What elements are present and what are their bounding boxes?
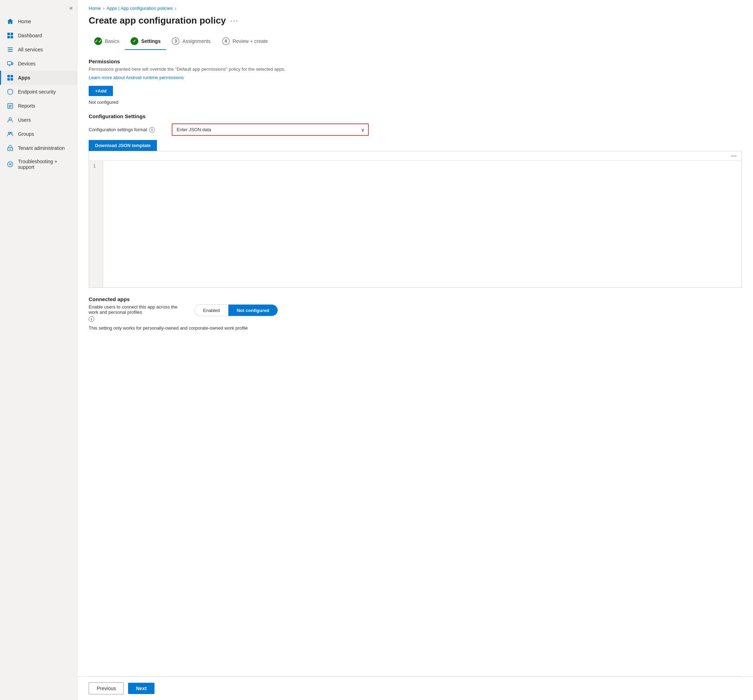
config-settings-title: Configuration Settings — [89, 113, 742, 119]
sidebar: « Home Dashboard — [0, 0, 77, 700]
sidebar-item-endpoint-security[interactable]: Endpoint security — [0, 85, 77, 99]
step-1-label: Basics — [105, 38, 119, 44]
tenant-icon — [7, 145, 14, 151]
toggle-enabled[interactable]: Enabled — [195, 305, 228, 316]
sidebar-item-label: Troubleshooting + support — [18, 159, 72, 170]
collapse-button[interactable]: « — [0, 3, 77, 14]
footer: Previous Next — [77, 677, 753, 700]
config-format-info-icon[interactable]: ℹ — [149, 127, 155, 133]
next-button[interactable]: Next — [128, 683, 154, 694]
svg-rect-11 — [8, 75, 10, 77]
sidebar-item-reports[interactable]: Reports — [0, 99, 77, 113]
troubleshoot-icon — [7, 161, 14, 168]
connected-apps-info-icon[interactable]: ℹ — [89, 316, 94, 322]
config-format-row: Configuration settings format ℹ Enter JS… — [89, 123, 742, 136]
sidebar-item-all-services[interactable]: All services — [0, 42, 77, 57]
json-editor-section: Download JSON template — 1 — [89, 140, 742, 288]
connected-apps-note: This setting only works for personally-o… — [89, 325, 742, 331]
users-icon — [7, 117, 14, 123]
not-configured-label: Not configured — [89, 100, 742, 105]
line-number-1: 1 — [93, 164, 98, 168]
learn-more-link[interactable]: Learn more about Android runtime permiss… — [89, 75, 184, 80]
wizard-steps: ✓ Basics ✓ Settings 3 Assignments 4 Revi… — [77, 32, 753, 50]
svg-rect-14 — [11, 78, 13, 81]
svg-point-20 — [8, 132, 10, 134]
connected-apps-section: Connected apps Enable users to connect t… — [89, 296, 742, 331]
sidebar-item-devices[interactable]: Devices — [0, 57, 77, 71]
svg-rect-3 — [11, 36, 13, 38]
permissions-title: Permissions — [89, 58, 742, 64]
sidebar-item-label: Users — [18, 117, 31, 123]
allservices-icon — [7, 46, 14, 53]
sidebar-item-apps[interactable]: Apps — [0, 71, 77, 85]
content-area: Permissions Permissions granted here wil… — [77, 58, 753, 676]
connected-apps-label: Enable users to connect this app across … — [89, 304, 180, 322]
svg-rect-7 — [8, 62, 12, 65]
json-editor-body: 1 — [89, 161, 741, 287]
endpoint-icon — [7, 88, 14, 95]
wizard-step-basics[interactable]: ✓ Basics — [89, 34, 125, 50]
sidebar-item-groups[interactable]: Groups — [0, 127, 77, 141]
breadcrumb-home[interactable]: Home — [89, 6, 101, 11]
toggle-not-configured[interactable]: Not configured — [228, 305, 278, 316]
main-content: Home › Apps | App configuration policies… — [77, 0, 753, 700]
config-format-label: Configuration settings format ℹ — [89, 127, 166, 133]
step-2-label: Settings — [141, 38, 161, 44]
sidebar-item-tenant-administration[interactable]: Tenant administration — [0, 141, 77, 155]
devices-icon — [7, 60, 14, 67]
svg-point-23 — [10, 149, 11, 150]
json-editor-topbar: — — [89, 151, 741, 161]
sidebar-item-label: Groups — [18, 131, 34, 137]
svg-point-21 — [11, 132, 12, 134]
svg-rect-13 — [8, 78, 10, 81]
json-line-numbers: 1 — [89, 161, 103, 287]
config-format-dropdown-wrapper: Enter JSON data Use configuration design… — [172, 123, 369, 136]
breadcrumb-separator-2: › — [175, 6, 176, 11]
reports-icon — [7, 102, 14, 109]
permissions-section: Permissions Permissions granted here wil… — [89, 58, 742, 105]
sidebar-item-label: Home — [18, 19, 31, 24]
configuration-settings-section: Configuration Settings Configuration set… — [89, 113, 742, 288]
svg-rect-1 — [11, 33, 13, 35]
download-json-template-button[interactable]: Download JSON template — [89, 140, 157, 151]
home-icon — [7, 18, 14, 25]
sidebar-item-label: Devices — [18, 61, 36, 67]
connected-apps-toggle-group: Enabled Not configured — [194, 304, 278, 316]
config-format-dropdown[interactable]: Enter JSON data Use configuration design… — [172, 124, 368, 135]
sidebar-item-label: Endpoint security — [18, 89, 56, 95]
json-editor-container: — 1 — [89, 151, 742, 288]
sidebar-item-label: Tenant administration — [18, 145, 65, 151]
page-title: Create app configuration policy — [89, 15, 226, 26]
connected-apps-title: Connected apps — [89, 296, 742, 302]
previous-button[interactable]: Previous — [89, 683, 124, 694]
step-1-circle: ✓ — [94, 37, 102, 45]
connected-apps-row: Enable users to connect this app across … — [89, 304, 742, 322]
step-3-circle: 3 — [172, 37, 180, 45]
sidebar-item-label: Reports — [18, 103, 35, 109]
add-button[interactable]: +Add — [89, 86, 113, 96]
breadcrumb: Home › Apps | App configuration policies… — [77, 0, 753, 14]
sidebar-item-users[interactable]: Users — [0, 113, 77, 127]
json-content-area[interactable] — [103, 161, 741, 287]
sidebar-item-label: Dashboard — [18, 33, 42, 38]
collapse-icon[interactable]: « — [69, 4, 73, 12]
sidebar-item-troubleshooting-support[interactable]: Troubleshooting + support — [0, 155, 77, 173]
dashboard-icon — [7, 32, 14, 39]
sidebar-item-home[interactable]: Home — [0, 14, 77, 28]
step-4-label: Review + create — [233, 38, 268, 44]
wizard-step-assignments[interactable]: 3 Assignments — [166, 34, 216, 50]
breadcrumb-apps-policies[interactable]: Apps | App configuration policies — [106, 6, 173, 11]
more-options-button[interactable]: ··· — [230, 16, 239, 25]
sidebar-item-label: All services — [18, 47, 43, 52]
svg-rect-15 — [8, 103, 12, 108]
wizard-step-settings[interactable]: ✓ Settings — [125, 34, 166, 50]
groups-icon — [7, 131, 14, 137]
svg-rect-12 — [11, 75, 13, 77]
step-2-circle: ✓ — [131, 37, 138, 45]
permissions-description: Permissions granted here will override t… — [89, 67, 742, 72]
json-minimize-icon[interactable]: — — [729, 152, 739, 160]
sidebar-item-dashboard[interactable]: Dashboard — [0, 28, 77, 42]
wizard-step-review-create[interactable]: 4 Review + create — [216, 34, 274, 50]
svg-rect-2 — [8, 36, 10, 38]
svg-rect-8 — [12, 62, 13, 65]
